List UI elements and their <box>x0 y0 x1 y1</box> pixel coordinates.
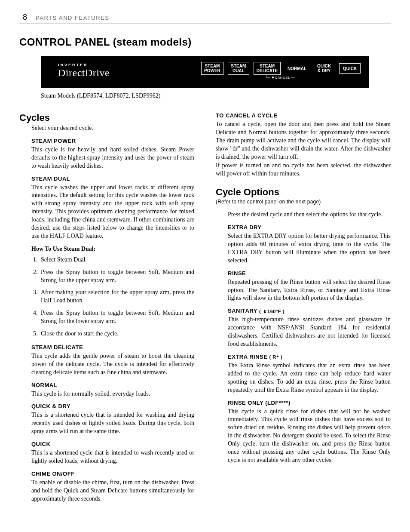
brand-block: INVERTER DirectDrive <box>58 63 110 79</box>
cycles-heading: Cycles <box>19 112 194 123</box>
rinse-text: Repeated pressing of the Rinse button wi… <box>228 278 391 303</box>
howto-steps: Select Steam Dual. Press the Spray butto… <box>39 256 194 338</box>
quick-dry-heading: QUICK & DRY <box>31 403 194 409</box>
cycles-intro: Select your desired cycle. <box>31 124 194 132</box>
panel-btn-quick-dry: QUICK& DRY <box>313 62 335 74</box>
extra-dry-text: Select the EXTRA DRY option for better d… <box>228 232 391 265</box>
step-item: Press the Spray button to toggle between… <box>39 309 194 326</box>
panel-btn-steam-power: STEAMPOWER <box>201 62 223 75</box>
left-column: Cycles Select your desired cycle. STEAM … <box>19 112 194 508</box>
rinse-heading: RINSE <box>228 270 391 277</box>
step-item: Close the door to start the cycle. <box>39 330 194 338</box>
section-name: PARTS AND FEATURES <box>36 15 109 21</box>
panel-btn-steam-dual: STEAMDUAL <box>228 62 249 75</box>
cancel-cycle-text-2: If power is turned on and no cycle has b… <box>216 162 391 178</box>
sanitary-text: This high-temperature rinse sanitizes di… <box>228 316 391 348</box>
rinse-only-heading: RINSE ONLY (LDF****) <box>228 400 391 406</box>
figure-caption: Steam Models (LDF8574, LDF8072, LSDF9962… <box>41 92 369 99</box>
quick-heading: QUICK <box>31 441 194 447</box>
brand-inverter: INVERTER <box>58 63 110 67</box>
body-columns: Cycles Select your desired cycle. STEAM … <box>19 112 391 508</box>
cycle-options-intro: Press the desired cycle and then select … <box>228 211 391 219</box>
page-title: CONTROL PANEL (steam models) <box>19 36 391 48</box>
panel-cancel-label: └─ ✱CANCEL ─┘ <box>265 76 297 80</box>
step-item: After making your selection for the uppe… <box>39 289 194 305</box>
control-panel: INVERTER DirectDrive STEAMPOWER STEAMDUA… <box>41 56 369 88</box>
thermometer-icon: ( 🌡160°F ) <box>259 309 285 314</box>
r-plus-icon: ( R⁺ ) <box>269 354 282 360</box>
rinse-only-text: This cycle is a quick rinse for dishes t… <box>228 408 391 464</box>
cancel-cycle-heading: TO CANCEL A CYCLE <box>216 112 391 119</box>
panel-btn-quick: QUICK <box>339 63 361 74</box>
panel-button-row: STEAMPOWER STEAMDUAL STEAMDELICATE NORMA… <box>201 62 361 75</box>
control-panel-figure: INVERTER DirectDrive STEAMPOWER STEAMDUA… <box>41 56 369 88</box>
brand-directdrive: DirectDrive <box>58 67 110 79</box>
normal-heading: NORMAL <box>31 382 194 388</box>
steam-power-heading: STEAM POWER <box>31 138 194 144</box>
normal-text: This cycle is for normally soiled, every… <box>31 390 194 398</box>
extra-dry-heading: EXTRA DRY <box>228 224 391 231</box>
step-item: Select Steam Dual. <box>39 256 194 264</box>
chime-text: To enable or disable the chime, first, t… <box>31 479 194 503</box>
page-number: 8 <box>23 13 27 22</box>
steam-power-text: This cycle is for heavily and hard soile… <box>31 146 194 170</box>
extra-rinse-heading: EXTRA RINSE ( R⁺ ) <box>228 354 391 360</box>
panel-btn-normal: NORMAL <box>285 63 309 74</box>
page-header: 8 PARTS AND FEATURES <box>19 13 391 24</box>
sanitary-heading: SANITARY ( 🌡160°F ) <box>228 308 391 314</box>
quick-dry-text: This is a shortened cycle that is intend… <box>31 411 194 436</box>
steam-delicate-text: This cycle adds the gentle power of stea… <box>31 352 194 377</box>
step-item: Press the Spray button to toggle between… <box>39 268 194 285</box>
steam-dual-heading: STEAM DUAL <box>31 175 194 182</box>
cycle-options-heading: Cycle Options <box>216 187 391 198</box>
steam-dual-text: This cycle washes the upper and lower ra… <box>31 184 194 240</box>
right-column: TO CANCEL A CYCLE To cancel a cycle, ope… <box>216 112 391 508</box>
cycle-options-note: (Refer to the control panel on the next … <box>216 199 391 205</box>
cancel-cycle-text-1: To cancel a cycle, open the door and the… <box>216 120 391 161</box>
panel-btn-steam-delicate: STEAMDELICATE <box>254 62 281 75</box>
extra-rinse-text: The Extra Rinse symbol indicates that an… <box>228 362 391 394</box>
steam-delicate-heading: STEAM DELICATE <box>31 344 194 351</box>
chime-heading: CHIME ON/OFF <box>31 470 194 477</box>
quick-text: This is a shortened cycle that is intend… <box>31 449 194 465</box>
howto-heading: How To Use Steam Dual: <box>31 246 194 252</box>
